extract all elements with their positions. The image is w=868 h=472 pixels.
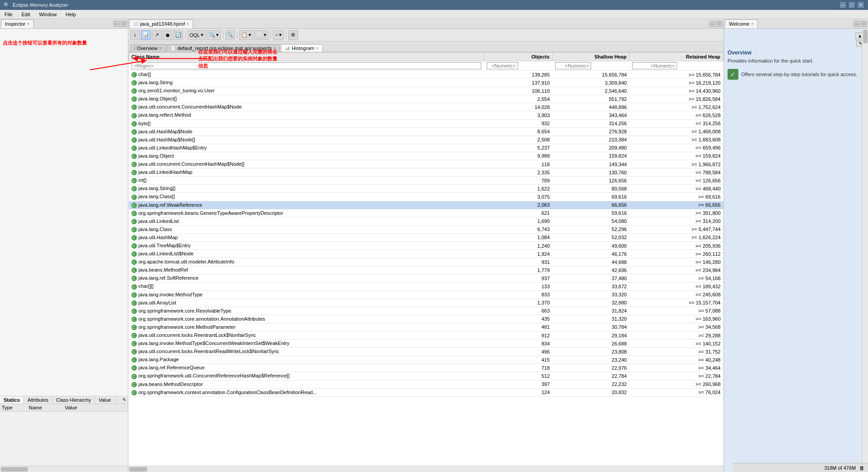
table-row[interactable]: Corg.springframework.core.MethodParamete… (129, 323, 723, 331)
table-row[interactable]: Cjava.util.LinkedList$Node1,92446,176>= … (129, 250, 723, 258)
table-row[interactable]: Cjava.lang.reflect.Method3,903343,464>= … (129, 111, 723, 119)
table-row[interactable]: Cjava.lang.ref.WeakReference2,08366,656>… (129, 201, 723, 209)
welcome-scroll-controls[interactable]: ▲ ✎ (728, 32, 864, 48)
search-class-input[interactable] (131, 62, 481, 69)
toolbar-duplicate-btn[interactable]: 🔃 (173, 30, 183, 40)
tab-overview-close[interactable]: × (159, 46, 162, 50)
toolbar-oql-dropdown[interactable]: OQL ▾ (187, 30, 206, 40)
welcome-maximize-btn[interactable]: □ (861, 21, 867, 27)
toolbar-info-btn[interactable]: i (130, 30, 140, 40)
toolbar-search-btn[interactable]: 🔍 (225, 30, 235, 40)
toolbar-find-dropdown[interactable]: 🔍 ▾ (207, 30, 221, 40)
table-row[interactable]: Cjava.util.HashMap1,08452,032>= 1,626,22… (129, 233, 723, 241)
table-row[interactable]: Cjava.util.concurrent.locks.ReentrantLoc… (129, 331, 723, 340)
table-row[interactable]: Cjava.lang.String[]1,62280,568>= 468,440 (129, 185, 723, 193)
table-row[interactable]: Cchar[]139,28515,656,784>= 15,656,784 (129, 71, 723, 79)
col-retained-heap[interactable]: Retained Heap (629, 53, 723, 61)
heap-scrollbar-thumb[interactable] (129, 467, 147, 472)
table-row[interactable]: Cjava.lang.ref.SoftReference93737,480>= … (129, 274, 723, 282)
inspector-minimize-btn[interactable]: — (113, 21, 120, 27)
tab-histogram[interactable]: 📊 Histogram × (281, 44, 322, 52)
table-row[interactable]: Cjava.util.HashMap$Node[]2,508210,384>= … (129, 136, 723, 144)
search-objects-input-cell[interactable] (484, 61, 553, 71)
toolbar-dominator-btn[interactable]: ↗ (152, 30, 162, 40)
table-row[interactable]: Cjava.util.concurrent.ConcurrentHashMap$… (129, 103, 723, 111)
table-row[interactable]: Cjava.lang.Package41523,240>= 40,248 (129, 356, 723, 364)
table-row[interactable]: Cjava.lang.ref.ReferenceQueue71822,976>=… (129, 364, 723, 372)
table-row[interactable]: Cjava.util.TreeMap$Entry1,24049,600>= 20… (129, 241, 723, 250)
search-class-input-cell[interactable] (129, 61, 484, 71)
table-row[interactable]: Cbyte[]932314,256>= 314,256 (129, 119, 723, 127)
toolbar-filter-dropdown[interactable]: ⬜ ▾ (254, 30, 269, 40)
gc-icon[interactable]: 🗑 (859, 465, 864, 471)
menu-window[interactable]: Window (36, 11, 59, 18)
col-objects[interactable]: Objects (484, 53, 553, 61)
tab-class-hierarchy[interactable]: Class Hierarchy (53, 396, 95, 404)
welcome-tab-close[interactable]: × (751, 22, 754, 26)
table-row[interactable]: Cjava.util.HashMap$Node8,654276,928>= 1,… (129, 127, 723, 136)
table-row[interactable]: Cint[]789126,656>= 126,656 (129, 177, 723, 185)
table-row[interactable]: Cjava.lang.invoke.MethodType83333,320>= … (129, 290, 723, 299)
table-row[interactable]: Cjava.util.ArrayList1,37032,880>= 15,157… (129, 299, 723, 307)
table-row[interactable]: Cjava.util.concurrent.locks.ReentrantRea… (129, 348, 723, 356)
center-minimize-btn[interactable]: — (709, 21, 715, 27)
table-row[interactable]: Cchar[][]13333,672>= 189,432 (129, 282, 723, 290)
toolbar-top-consumers-btn[interactable]: ⏺ (163, 30, 172, 40)
toolbar-group-dropdown[interactable]: 📋 ▾ (239, 30, 253, 40)
inspector-tab-controls[interactable]: — □ (113, 21, 127, 27)
table-row[interactable]: Cjava.util.LinkedHashMap$Entry5,237209,4… (129, 144, 723, 152)
tab-statics[interactable]: Statics (0, 396, 24, 404)
menu-help[interactable]: Help (63, 11, 79, 18)
table-row[interactable]: Cjava.lang.Object[]2,554551,792>= 15,826… (129, 95, 723, 103)
maximize-button[interactable]: □ (848, 1, 855, 9)
scrollbar-thumb[interactable] (1, 467, 28, 472)
table-row[interactable]: Corg.springframework.core.annotation.Ann… (129, 315, 723, 323)
toolbar-histogram-btn[interactable]: 📊 (141, 30, 151, 40)
table-row[interactable]: Cjava.beans.MethodDescriptor39722,232>= … (129, 380, 723, 388)
table-row[interactable]: Cjava.lang.Class6,74352,296>= 5,447,744 (129, 225, 723, 233)
heap-file-close[interactable]: × (187, 22, 189, 26)
table-row[interactable]: Cjava.lang.Object9,989159,824>= 159,824 (129, 152, 723, 160)
table-row[interactable]: Cjava.util.LinkedList1,69054,080>= 314,2… (129, 217, 723, 225)
table-row[interactable]: Corg.springframework.util.ConcurrentRefe… (129, 372, 723, 380)
search-shallow-input-cell[interactable] (552, 61, 629, 71)
tab-overview[interactable]: i Overview × (130, 44, 166, 52)
welcome-scrollbar-thumb[interactable] (863, 30, 868, 43)
inspector-tab-close[interactable]: × (27, 22, 29, 26)
tab-default-report[interactable]: 📄 default_report org.eclipse.mat.api:sus… (167, 44, 280, 52)
welcome-v-scrollbar[interactable] (862, 29, 868, 463)
heap-h-scrollbar[interactable] (128, 466, 723, 472)
table-row[interactable]: Corg.springframework.beans.GenericTypeAw… (129, 209, 723, 217)
inspector-h-scrollbar[interactable] (0, 466, 128, 472)
close-button[interactable]: ✕ (857, 1, 864, 9)
center-tab-controls[interactable]: — □ (709, 21, 723, 27)
welcome-tab[interactable]: Welcome × (725, 19, 758, 28)
table-row[interactable]: Corg.zero01.monitor_tuning.vo.User106,11… (129, 87, 723, 95)
table-row[interactable]: Cjava.util.concurrent.ConcurrentHashMap$… (129, 160, 723, 168)
welcome-tab-controls[interactable]: — □ (854, 21, 867, 27)
table-row[interactable]: Corg.springframework.core.ResolvableType… (129, 307, 723, 315)
search-objects-input[interactable] (487, 62, 518, 69)
table-row[interactable]: Cjava.lang.String137,9103,309,840>= 16,2… (129, 79, 723, 87)
tab-histogram-close[interactable]: × (316, 46, 318, 50)
heap-file-tab[interactable]: ⬜ java_pid13348.hprof × (129, 19, 193, 28)
inspector-tab[interactable]: Inspector × (1, 19, 34, 28)
toolbar-calc-dropdown[interactable]: ~ ▾ (273, 30, 284, 40)
table-row[interactable]: Corg.springframework.context.annotation.… (129, 388, 723, 396)
inspector-maximize-btn[interactable]: □ (121, 21, 127, 27)
table-row[interactable]: Cjava.util.LinkedHashMap2,335130,760>= 7… (129, 168, 723, 177)
toolbar-export-btn[interactable]: ⚙ (288, 30, 298, 40)
tab-value[interactable]: Value (95, 396, 115, 404)
search-shallow-input[interactable] (555, 62, 591, 69)
col-shallow-heap[interactable]: Shallow Heap (552, 53, 629, 61)
table-row[interactable]: Cjava.lang.Class[]3,07569,616>= 69,616 (129, 193, 723, 201)
search-row[interactable] (129, 61, 723, 71)
search-retained-input-cell[interactable] (629, 61, 723, 71)
tab-attributes[interactable]: Attributes (24, 396, 52, 404)
inspector-edit-btn[interactable]: ✎ (121, 396, 128, 404)
title-bar-controls[interactable]: — □ ✕ (839, 1, 864, 9)
table-row[interactable]: Corg.apache.tomcat.util.modeler.Attribut… (129, 258, 723, 266)
center-maximize-btn[interactable]: □ (716, 21, 723, 27)
table-row[interactable]: Cjava.lang.invoke.MethodType$ConcurrentW… (129, 340, 723, 348)
minimize-button[interactable]: — (839, 1, 846, 9)
